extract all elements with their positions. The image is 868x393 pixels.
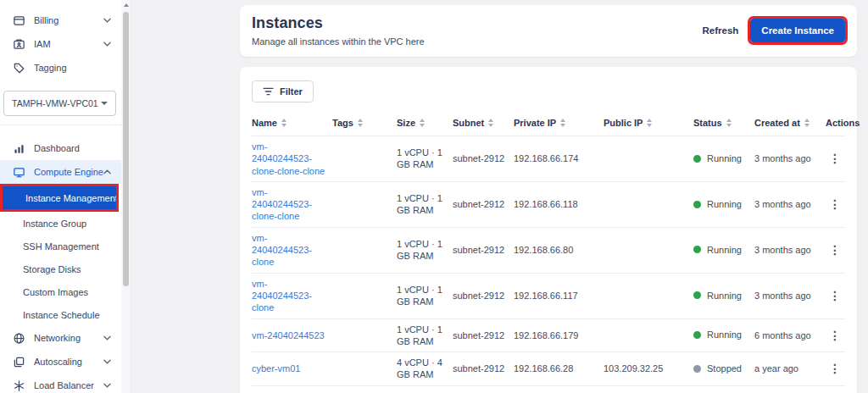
cell-public-ip — [604, 136, 693, 182]
column-header[interactable]: Tags — [332, 111, 397, 136]
table-row: vm-24040244523 1 vCPU · 1 GB RAM subnet-… — [252, 318, 845, 352]
status-dot — [693, 155, 701, 163]
column-header[interactable]: Name — [252, 111, 332, 136]
submenu-item[interactable]: Storage Disks — [0, 257, 121, 280]
billing-icon — [12, 14, 25, 27]
sidebar-item-load-balancer[interactable]: Load Balancer — [0, 374, 121, 393]
column-header-label: Tags — [332, 118, 353, 128]
cell-size: 1 vCPU · 1 GB RAM — [397, 181, 453, 227]
instance-name-link[interactable]: cyber-vm01 — [252, 363, 300, 374]
sidebar-item-billing[interactable]: Billing — [0, 8, 121, 32]
kebab-menu-icon[interactable]: ⋮ — [826, 152, 844, 165]
column-header[interactable]: Status — [693, 111, 754, 136]
filter-button[interactable]: Filter — [252, 80, 314, 102]
submenu-item-label: Custom Images — [23, 287, 88, 297]
submenu-item-label: SSH Management — [23, 241, 99, 252]
sidebar-item-iam[interactable]: IAM — [0, 32, 121, 56]
status-dot — [693, 201, 701, 208]
chevron-down-icon — [103, 335, 111, 340]
sort-caret-icon — [488, 119, 493, 127]
column-header[interactable]: Public IP — [604, 111, 693, 136]
iam-icon — [12, 37, 25, 51]
cell-status: Running — [693, 273, 754, 318]
cell-tags — [332, 181, 397, 227]
sidebar-item-compute-engine[interactable]: Compute Engine — [0, 160, 121, 184]
submenu-item-label: Instance Group — [23, 219, 86, 229]
column-header[interactable]: Created at — [754, 111, 826, 136]
table-row: vm-24040244523-clone 1 vCPU · 1 GB RAM s… — [252, 227, 845, 273]
cell-size: 1 vCPU · 1 GB RAM — [397, 318, 453, 352]
cell-name: vm-24040244523-clone-clone — [252, 181, 332, 227]
kebab-menu-icon[interactable]: ⋮ — [826, 362, 844, 375]
page-header-panel: Instances Manage all instances within th… — [240, 5, 857, 57]
column-header[interactable]: Size — [397, 111, 453, 136]
cell-created-at: 3 months ago — [754, 136, 826, 182]
instance-name-link[interactable]: vm-24040244523-clone — [252, 233, 312, 268]
instance-name-link[interactable]: vm-24040244523-clone-clone — [252, 187, 312, 222]
submenu-item[interactable]: Instance Group — [0, 212, 121, 235]
scrollbar-thumb[interactable] — [123, 12, 129, 286]
instances-table: Name Tags — [252, 111, 845, 386]
column-header[interactable]: Subnet — [453, 111, 514, 136]
cell-public-ip — [604, 181, 693, 227]
column-header-label: Created at — [754, 118, 800, 128]
cell-actions: ⋮ — [826, 136, 845, 182]
cell-tags — [332, 227, 397, 273]
cell-size: 1 vCPU · 1 GB RAM — [397, 136, 453, 182]
cell-actions: ⋮ — [826, 273, 845, 318]
cell-tags — [332, 318, 397, 352]
sidebar-item-dashboard[interactable]: Dashboard — [0, 136, 121, 160]
submenu-item[interactable]: Instance Management — [3, 186, 116, 209]
sidebar-scrollbar[interactable] — [121, 0, 130, 393]
sidebar-item-label: Billing — [34, 15, 58, 25]
instance-name-link[interactable]: vm-24040244523 — [252, 330, 325, 340]
cell-tags — [332, 273, 397, 318]
column-header-label: Size — [397, 118, 415, 128]
kebab-menu-icon[interactable]: ⋮ — [826, 243, 844, 257]
scrollbar-up-arrow-icon[interactable] — [124, 3, 129, 7]
cell-subnet: subnet-2912 — [453, 318, 514, 352]
submenu-item[interactable]: SSH Management — [0, 235, 121, 257]
status-dot — [693, 246, 701, 253]
compute-engine-icon — [12, 165, 25, 179]
submenu-item[interactable]: Instance Schedule — [0, 303, 121, 326]
kebab-menu-icon[interactable]: ⋮ — [826, 329, 844, 342]
filter-icon — [263, 87, 274, 96]
status-label: Running — [707, 244, 742, 256]
column-header[interactable]: Private IP — [514, 111, 604, 136]
dropdown-caret-icon — [101, 102, 108, 105]
sidebar-item-label: Tagging — [34, 63, 67, 73]
sidebar-item-tagging[interactable]: Tagging — [0, 56, 121, 80]
cell-created-at: a year ago — [754, 352, 826, 386]
vpc-selector-dropdown[interactable]: TAMPH-VMW-VPC01 — [3, 91, 116, 116]
table-row: cyber-vm01 4 vCPU · 4 GB RAM subnet-2912… — [252, 352, 845, 386]
header-actions: Refresh Create Instance — [703, 19, 845, 42]
kebab-menu-icon[interactable]: ⋮ — [826, 197, 844, 211]
kebab-menu-icon[interactable]: ⋮ — [826, 289, 844, 302]
create-instance-button[interactable]: Create Instance — [750, 19, 845, 42]
status-label: Running — [707, 290, 742, 302]
instance-name-link[interactable]: vm-24040244523-clone — [252, 279, 312, 313]
cell-name: vm-24040244523-clone-clone-clone — [252, 136, 332, 182]
status-label: Running — [707, 329, 742, 340]
cell-created-at: 3 months ago — [754, 181, 826, 227]
cell-name: cyber-vm01 — [252, 352, 332, 386]
column-header[interactable]: Actions — [826, 111, 845, 136]
cell-name: vm-24040244523-clone — [252, 273, 332, 318]
sidebar-item-autoscaling[interactable]: Autoscaling — [0, 350, 121, 374]
refresh-button[interactable]: Refresh — [703, 25, 739, 36]
filter-button-label: Filter — [280, 86, 303, 97]
submenu-item[interactable]: Custom Images — [0, 280, 121, 303]
cell-status: Stopped — [693, 352, 754, 386]
table-header-row: Name Tags — [252, 111, 845, 136]
cell-created-at: 3 months ago — [754, 227, 826, 273]
status-dot — [693, 291, 701, 299]
sidebar-item-label: Networking — [34, 333, 81, 343]
sidebar-item-networking[interactable]: Networking — [0, 326, 121, 350]
cell-actions: ⋮ — [826, 352, 845, 386]
chevron-down-icon — [103, 42, 111, 47]
cell-size: 4 vCPU · 4 GB RAM — [397, 352, 453, 386]
sidebar-item-label: Compute Engine — [34, 167, 103, 177]
instance-name-link[interactable]: vm-24040244523-clone-clone-clone — [252, 141, 325, 176]
chevron-up-icon — [103, 169, 111, 174]
